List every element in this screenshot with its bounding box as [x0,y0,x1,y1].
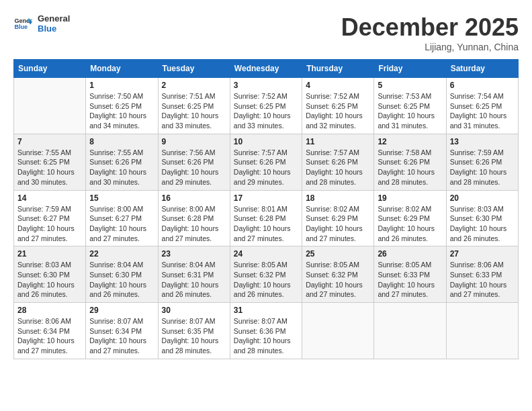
day-info: Sunrise: 8:07 AMSunset: 6:35 PMDaylight:… [162,316,226,356]
weekday-header-tuesday: Tuesday [158,60,230,78]
day-info: Sunrise: 8:00 AMSunset: 6:27 PMDaylight:… [89,204,154,244]
day-info: Sunrise: 7:54 AMSunset: 6:25 PMDaylight:… [450,91,515,131]
day-info: Sunrise: 8:03 AMSunset: 6:30 PMDaylight:… [17,260,82,300]
day-info: Sunrise: 8:03 AMSunset: 6:30 PMDaylight:… [450,204,515,244]
day-number: 12 [378,137,442,146]
day-info: Sunrise: 8:05 AMSunset: 6:33 PMDaylight:… [378,260,442,300]
calendar-day-cell [14,78,86,134]
day-number: 1 [89,81,154,90]
title-block: December 2025 Lijiang, Yunnan, China [341,13,519,52]
day-info: Sunrise: 7:59 AMSunset: 6:27 PMDaylight:… [17,204,82,244]
calendar-day-cell: 30Sunrise: 8:07 AMSunset: 6:35 PMDayligh… [158,303,230,359]
day-number: 5 [378,81,442,90]
day-info: Sunrise: 7:52 AMSunset: 6:25 PMDaylight:… [306,91,370,131]
calendar-day-cell: 11Sunrise: 7:57 AMSunset: 6:26 PMDayligh… [302,134,374,190]
day-number: 26 [378,249,442,259]
calendar-day-cell: 24Sunrise: 8:05 AMSunset: 6:32 PMDayligh… [230,246,302,303]
calendar-day-cell: 20Sunrise: 8:03 AMSunset: 6:30 PMDayligh… [446,190,518,246]
day-info: Sunrise: 8:04 AMSunset: 6:31 PMDaylight:… [162,260,226,300]
day-number: 19 [378,193,442,203]
logo-general: General [38,13,70,24]
calendar-day-cell: 12Sunrise: 7:58 AMSunset: 6:26 PMDayligh… [374,134,446,190]
day-number: 23 [162,249,226,259]
day-number: 17 [234,193,298,203]
page-header: General Blue General Blue December 2025 … [13,13,519,52]
day-number: 6 [450,81,515,90]
day-number: 13 [450,137,515,146]
day-number: 2 [162,81,226,90]
calendar-day-cell: 6Sunrise: 7:54 AMSunset: 6:25 PMDaylight… [446,78,518,134]
calendar-day-cell: 17Sunrise: 8:01 AMSunset: 6:28 PMDayligh… [230,190,302,246]
calendar-week-row: 28Sunrise: 8:06 AMSunset: 6:34 PMDayligh… [14,303,519,359]
calendar-day-cell: 1Sunrise: 7:50 AMSunset: 6:25 PMDaylight… [86,78,158,134]
day-number: 27 [450,249,515,259]
weekday-header-row: SundayMondayTuesdayWednesdayThursdayFrid… [14,60,519,78]
calendar-day-cell: 2Sunrise: 7:51 AMSunset: 6:25 PMDaylight… [158,78,230,134]
day-number: 29 [89,306,154,315]
day-info: Sunrise: 8:04 AMSunset: 6:30 PMDaylight:… [89,260,154,300]
weekday-header-friday: Friday [374,60,446,78]
day-number: 28 [17,306,82,315]
day-info: Sunrise: 7:59 AMSunset: 6:26 PMDaylight:… [450,148,515,187]
day-number: 31 [234,306,298,315]
day-number: 3 [234,81,298,90]
day-info: Sunrise: 7:50 AMSunset: 6:25 PMDaylight:… [89,91,154,131]
day-number: 21 [17,249,82,259]
day-info: Sunrise: 7:55 AMSunset: 6:25 PMDaylight:… [17,148,82,187]
day-info: Sunrise: 7:57 AMSunset: 6:26 PMDaylight:… [306,148,370,187]
calendar-table: SundayMondayTuesdayWednesdayThursdayFrid… [13,59,519,359]
calendar-day-cell [302,303,374,359]
calendar-day-cell: 19Sunrise: 8:02 AMSunset: 6:29 PMDayligh… [374,190,446,246]
day-number: 16 [162,193,226,203]
day-number: 11 [306,137,370,146]
day-info: Sunrise: 7:55 AMSunset: 6:26 PMDaylight:… [89,148,154,187]
calendar-day-cell: 5Sunrise: 7:53 AMSunset: 6:25 PMDaylight… [374,78,446,134]
day-info: Sunrise: 8:07 AMSunset: 6:36 PMDaylight:… [234,316,298,356]
day-number: 7 [17,137,82,146]
calendar-day-cell: 3Sunrise: 7:52 AMSunset: 6:25 PMDaylight… [230,78,302,134]
weekday-header-monday: Monday [86,60,158,78]
day-info: Sunrise: 8:06 AMSunset: 6:33 PMDaylight:… [450,260,515,300]
calendar-week-row: 14Sunrise: 7:59 AMSunset: 6:27 PMDayligh… [14,190,519,246]
day-info: Sunrise: 7:52 AMSunset: 6:25 PMDaylight:… [234,91,298,131]
day-number: 4 [306,81,370,90]
day-number: 10 [234,137,298,146]
day-info: Sunrise: 8:05 AMSunset: 6:32 PMDaylight:… [306,260,370,300]
logo-icon: General Blue [13,14,32,33]
calendar-day-cell: 18Sunrise: 8:02 AMSunset: 6:29 PMDayligh… [302,190,374,246]
calendar-day-cell: 14Sunrise: 7:59 AMSunset: 6:27 PMDayligh… [14,190,86,246]
day-info: Sunrise: 7:57 AMSunset: 6:26 PMDaylight:… [234,148,298,187]
weekday-header-thursday: Thursday [302,60,374,78]
weekday-header-saturday: Saturday [446,60,518,78]
day-number: 25 [306,249,370,259]
calendar-day-cell: 31Sunrise: 8:07 AMSunset: 6:36 PMDayligh… [230,303,302,359]
day-info: Sunrise: 8:02 AMSunset: 6:29 PMDaylight:… [306,204,370,244]
day-number: 9 [162,137,226,146]
calendar-day-cell: 4Sunrise: 7:52 AMSunset: 6:25 PMDaylight… [302,78,374,134]
calendar-day-cell: 26Sunrise: 8:05 AMSunset: 6:33 PMDayligh… [374,246,446,303]
logo: General Blue General Blue [13,13,70,34]
calendar-day-cell: 8Sunrise: 7:55 AMSunset: 6:26 PMDaylight… [86,134,158,190]
day-info: Sunrise: 7:58 AMSunset: 6:26 PMDaylight:… [378,148,442,187]
svg-text:Blue: Blue [14,24,28,30]
calendar-day-cell: 9Sunrise: 7:56 AMSunset: 6:26 PMDaylight… [158,134,230,190]
calendar-day-cell [446,303,518,359]
calendar-week-row: 1Sunrise: 7:50 AMSunset: 6:25 PMDaylight… [14,78,519,134]
calendar-day-cell: 28Sunrise: 8:06 AMSunset: 6:34 PMDayligh… [14,303,86,359]
month-title: December 2025 [341,13,519,42]
weekday-header-wednesday: Wednesday [230,60,302,78]
day-number: 15 [89,193,154,203]
day-info: Sunrise: 7:51 AMSunset: 6:25 PMDaylight:… [162,91,226,131]
calendar-day-cell: 22Sunrise: 8:04 AMSunset: 6:30 PMDayligh… [86,246,158,303]
day-number: 24 [234,249,298,259]
day-number: 22 [89,249,154,259]
calendar-day-cell: 27Sunrise: 8:06 AMSunset: 6:33 PMDayligh… [446,246,518,303]
calendar-day-cell: 10Sunrise: 7:57 AMSunset: 6:26 PMDayligh… [230,134,302,190]
day-number: 8 [89,137,154,146]
calendar-day-cell: 21Sunrise: 8:03 AMSunset: 6:30 PMDayligh… [14,246,86,303]
calendar-week-row: 21Sunrise: 8:03 AMSunset: 6:30 PMDayligh… [14,246,519,303]
day-info: Sunrise: 8:06 AMSunset: 6:34 PMDaylight:… [17,316,82,356]
day-info: Sunrise: 8:02 AMSunset: 6:29 PMDaylight:… [378,204,442,244]
weekday-header-sunday: Sunday [14,60,86,78]
calendar-day-cell: 25Sunrise: 8:05 AMSunset: 6:32 PMDayligh… [302,246,374,303]
